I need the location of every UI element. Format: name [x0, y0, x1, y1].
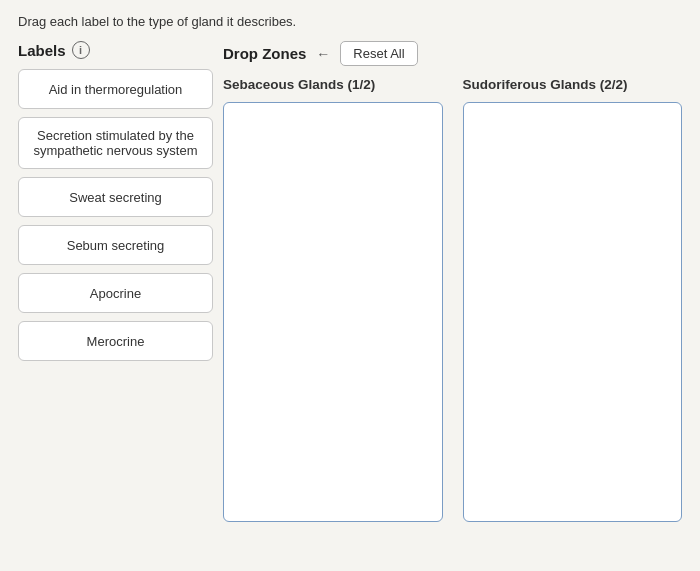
instruction-text: Drag each label to the type of gland it … [18, 14, 682, 29]
sebaceous-column: Sebaceous Glands (1/2) [223, 76, 443, 522]
arrow-icon: ← [316, 46, 330, 62]
sudoriferous-dropzone[interactable] [463, 102, 683, 522]
label-card-aid[interactable]: Aid in thermoregulation [18, 69, 213, 109]
sebaceous-label: Sebaceous Glands (1/2) [223, 76, 443, 94]
dropzones-columns: Sebaceous Glands (1/2) Sudoriferous Glan… [223, 76, 682, 522]
label-card-sweat[interactable]: Sweat secreting [18, 177, 213, 217]
sebaceous-dropzone[interactable] [223, 102, 443, 522]
labels-title: Labels [18, 42, 66, 59]
sudoriferous-label: Sudoriferous Glands (2/2) [463, 76, 683, 94]
dropzones-panel: Drop Zones ← Reset All Sebaceous Glands … [213, 41, 682, 522]
dropzones-title: Drop Zones [223, 45, 306, 62]
label-card-apocrine[interactable]: Apocrine [18, 273, 213, 313]
labels-panel: Labels i Aid in thermoregulation Secreti… [18, 41, 213, 522]
label-card-sebum[interactable]: Sebum secreting [18, 225, 213, 265]
label-card-secretion[interactable]: Secretion stimulated by the sympathetic … [18, 117, 213, 169]
sudoriferous-column: Sudoriferous Glands (2/2) [463, 76, 683, 522]
reset-all-button[interactable]: Reset All [340, 41, 417, 66]
labels-header: Labels i [18, 41, 213, 59]
label-card-merocrine[interactable]: Merocrine [18, 321, 213, 361]
info-icon[interactable]: i [72, 41, 90, 59]
dropzones-header: Drop Zones ← Reset All [223, 41, 682, 66]
